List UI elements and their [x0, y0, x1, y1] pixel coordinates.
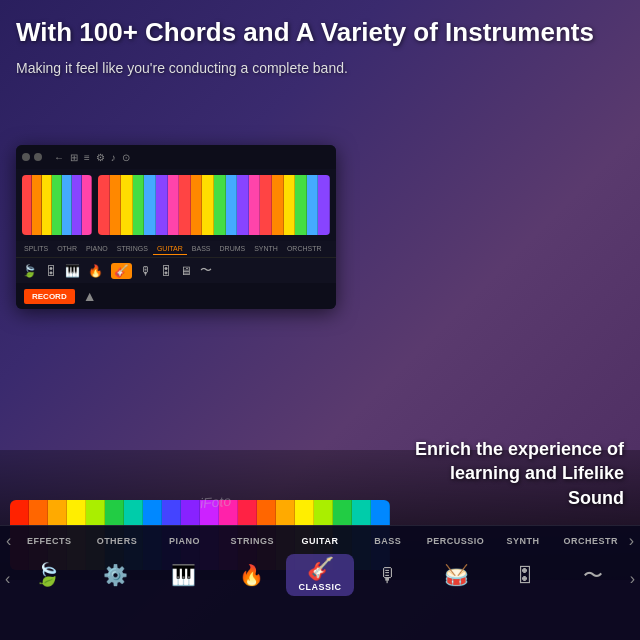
inst-tab-othr[interactable]: OTHR — [53, 243, 81, 255]
drum-icon[interactable]: 🎙 — [140, 264, 152, 278]
sub-headline: Making it feel like you're conducting a … — [16, 59, 620, 79]
settings-icon[interactable]: ⚙ — [96, 152, 105, 163]
nav-tab-orchestr[interactable]: ORCHESTR — [557, 534, 625, 548]
user-icon[interactable]: ♪ — [111, 152, 116, 163]
inst-tab-orchstr[interactable]: ORCHSTR — [283, 243, 326, 255]
nav-icon-percussion[interactable]: 🥁 — [422, 561, 490, 589]
nav-tab-strings[interactable]: STRINGS — [218, 534, 286, 548]
icons-row: 🍃 🎛 🎹 🔥 🎸 🎙 🎛 🖥 〜 — [16, 257, 336, 283]
bars-icon[interactable]: 🎛 — [45, 264, 57, 278]
nav-tab-effects[interactable]: EFFECTS — [15, 534, 83, 548]
app-window: ← ⊞ ≡ ⚙ ♪ ⊙ SPLITSOTHRPIANOSTRINGSGUITAR… — [16, 145, 336, 309]
guitar-icon-active[interactable]: 🎸 — [111, 263, 132, 279]
leaf-icon[interactable]: 🍃 — [22, 264, 37, 278]
nav-tab-piano[interactable]: PIANO — [151, 534, 219, 548]
effects-icon: 🍃 — [34, 564, 61, 586]
inst-tab-bass[interactable]: BASS — [188, 243, 215, 255]
colorful-piano-display — [98, 175, 330, 235]
play-icon[interactable]: ▲ — [83, 288, 97, 304]
nav-tab-bass[interactable]: BASS — [354, 534, 422, 548]
nav-icons-row: ‹ 🍃 ⚙️ 🎹 🔥 🎸 CLASSIC 🎙 🥁 — [0, 552, 640, 598]
nav-tab-others[interactable]: OTHERS — [83, 534, 151, 548]
nav-icon-bass[interactable]: 🎙 — [354, 561, 422, 589]
strings-icon: 🔥 — [239, 565, 264, 585]
nav-icon-others[interactable]: ⚙️ — [81, 561, 149, 589]
main-headline: With 100+ Chords and A Variety of Instru… — [16, 16, 620, 49]
nav-icon-synth[interactable]: 🎛 — [490, 561, 558, 589]
nav-labels-row: ‹ EFFECTS OTHERS PIANO STRINGS GUITAR BA… — [0, 526, 640, 552]
titlebar-icons: ← ⊞ ≡ ⚙ ♪ ⊙ — [54, 152, 130, 163]
bottom-tagline: Enrich the experience of learning and Li… — [404, 437, 624, 510]
nav-icon-strings[interactable]: 🔥 — [218, 561, 286, 589]
app-titlebar: ← ⊞ ≡ ⚙ ♪ ⊙ — [16, 145, 336, 169]
guitar-nav-icon: 🎸 — [307, 558, 334, 580]
bottom-navigation: ‹ EFFECTS OTHERS PIANO STRINGS GUITAR BA… — [0, 525, 640, 640]
others-icon: ⚙️ — [103, 565, 128, 585]
top-text-section: With 100+ Chords and A Variety of Instru… — [16, 16, 620, 78]
nav-icon-orchestr[interactable]: 〜 — [559, 561, 627, 589]
tagline-label: Enrich the experience of learning and Li… — [404, 437, 624, 510]
inst-tab-splits[interactable]: SPLITS — [20, 243, 52, 255]
inst-tab-guitar[interactable]: GUITAR — [153, 243, 187, 255]
inst-tab-strings[interactable]: STRINGS — [113, 243, 152, 255]
instrument-tabs-row: SPLITSOTHRPIANOSTRINGSGUITARBASSDRUMSSYN… — [16, 241, 336, 257]
icons-arrow-right[interactable]: › — [627, 562, 638, 588]
titlebar-min — [34, 153, 42, 161]
nav-icon-piano[interactable]: 🎹 — [150, 561, 218, 589]
mixer-icon[interactable]: 🎛 — [160, 264, 172, 278]
piano-nav-icon: 🎹 — [171, 565, 196, 585]
bass-icon: 🎙 — [378, 565, 398, 585]
orchestr-icon: 〜 — [583, 565, 603, 585]
nav-tab-synth[interactable]: SYNTH — [489, 534, 557, 548]
watermark-text: iFoto — [199, 493, 231, 512]
guitar-sublabel: CLASSIC — [299, 582, 342, 592]
wave-icon[interactable]: 〜 — [200, 262, 212, 279]
nav-arrow-right[interactable]: › — [625, 532, 638, 550]
percussion-icon: 🥁 — [444, 565, 469, 585]
piano-icon[interactable]: 🎹 — [65, 264, 80, 278]
grid-icon[interactable]: ⊞ — [70, 152, 78, 163]
piano-mini-display — [22, 175, 92, 235]
inst-tab-synth[interactable]: SYNTH — [250, 243, 282, 255]
inst-tab-piano[interactable]: PIANO — [82, 243, 112, 255]
synth-icon: 🎛 — [515, 565, 535, 585]
menu-icon[interactable]: ≡ — [84, 152, 90, 163]
nav-icon-effects[interactable]: 🍃 — [13, 560, 81, 590]
back-icon[interactable]: ← — [54, 152, 64, 163]
location-icon[interactable]: ⊙ — [122, 152, 130, 163]
nav-tab-guitar[interactable]: GUITAR — [286, 534, 354, 548]
screen-icon[interactable]: 🖥 — [180, 264, 192, 278]
nav-tab-percussion[interactable]: PERCUSSIO — [422, 534, 490, 548]
nav-arrow-left[interactable]: ‹ — [2, 532, 15, 550]
titlebar-close — [22, 153, 30, 161]
fire-icon[interactable]: 🔥 — [88, 264, 103, 278]
inst-tab-drums[interactable]: DRUMS — [216, 243, 250, 255]
controls-row: RECORD ▲ — [16, 283, 336, 309]
icons-arrow-left[interactable]: ‹ — [2, 562, 13, 588]
piano-roll-area — [16, 169, 336, 241]
record-button[interactable]: RECORD — [24, 289, 75, 304]
main-container: With 100+ Chords and A Variety of Instru… — [0, 0, 640, 640]
nav-icon-guitar[interactable]: 🎸 CLASSIC — [286, 554, 354, 596]
